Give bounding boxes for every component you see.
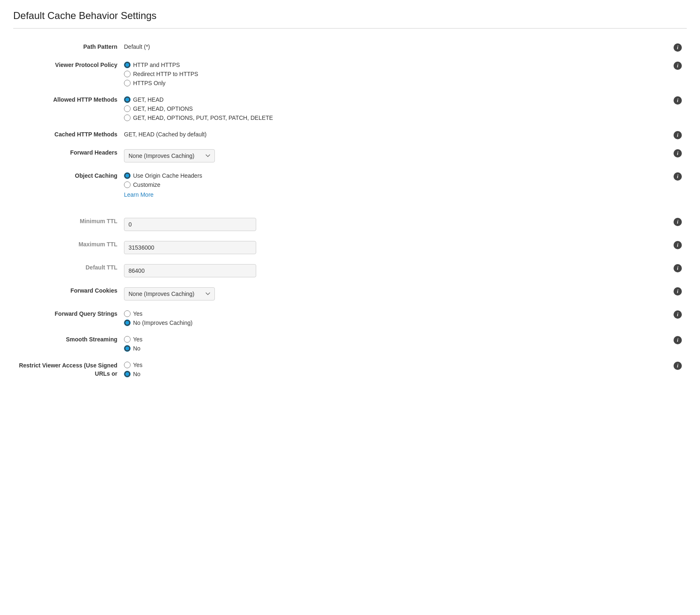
viewer-protocol-http-https[interactable]: HTTP and HTTPS [124, 62, 667, 68]
forward-headers-label: Forward Headers [13, 144, 121, 167]
smooth-streaming-yes-radio[interactable] [124, 336, 131, 343]
spacer-row [13, 203, 687, 213]
smooth-streaming-no[interactable]: No [124, 345, 667, 352]
viewer-protocol-https-only[interactable]: HTTPS Only [124, 80, 667, 86]
restrict-viewer-access-label: Restrict Viewer Access (Use Signed URLs … [13, 357, 121, 383]
smooth-streaming-info-icon[interactable]: i [674, 336, 682, 344]
restrict-viewer-access-no-radio[interactable] [124, 371, 131, 377]
forward-query-strings-info-cell: i [670, 305, 687, 331]
allowed-http-methods-label: Allowed HTTP Methods [13, 91, 121, 126]
default-ttl-value [121, 259, 670, 282]
cached-http-methods-info-icon[interactable]: i [674, 131, 682, 139]
cached-http-methods-value: GET, HEAD (Cached by default) [121, 126, 670, 144]
viewer-protocol-https-only-radio[interactable] [124, 80, 131, 86]
default-ttl-input[interactable] [124, 264, 256, 277]
allowed-http-methods-info-cell: i [670, 91, 687, 126]
forward-cookies-row: Forward Cookies None (Improves Caching) … [13, 282, 687, 305]
cached-http-methods-text: GET, HEAD (Cached by default) [124, 130, 207, 138]
forward-query-strings-value: Yes No (Improves Caching) [121, 305, 670, 331]
restrict-viewer-access-no-label: No [133, 371, 140, 377]
restrict-viewer-access-yes-radio[interactable] [124, 362, 131, 368]
forward-query-strings-row: Forward Query Strings Yes No (Improves C… [13, 305, 687, 331]
restrict-viewer-access-yes-label: Yes [133, 362, 143, 368]
restrict-viewer-access-group: Yes No [124, 362, 667, 377]
page-title: Default Cache Behavior Settings [13, 10, 687, 29]
allowed-http-methods-info-icon[interactable]: i [674, 96, 682, 105]
forward-query-strings-yes[interactable]: Yes [124, 310, 667, 317]
default-ttl-info-icon[interactable]: i [674, 264, 682, 272]
restrict-viewer-access-no[interactable]: No [124, 371, 667, 377]
cached-http-methods-row: Cached HTTP Methods GET, HEAD (Cached by… [13, 126, 687, 144]
viewer-protocol-redirect[interactable]: Redirect HTTP to HTTPS [124, 71, 667, 77]
forward-headers-row: Forward Headers None (Improves Caching) … [13, 144, 687, 167]
forward-query-strings-no-radio[interactable] [124, 319, 131, 326]
viewer-protocol-redirect-label: Redirect HTTP to HTTPS [133, 71, 198, 77]
path-pattern-label: Path Pattern [13, 38, 121, 57]
restrict-viewer-access-yes[interactable]: Yes [124, 362, 667, 368]
maximum-ttl-info-cell: i [670, 236, 687, 259]
maximum-ttl-info-icon[interactable]: i [674, 241, 682, 249]
viewer-protocol-info-cell: i [670, 57, 687, 91]
allowed-get-head[interactable]: GET, HEAD [124, 96, 667, 103]
learn-more-link[interactable]: Learn More [124, 191, 154, 198]
restrict-viewer-access-info-icon[interactable]: i [674, 362, 682, 370]
forward-query-strings-group: Yes No (Improves Caching) [124, 310, 667, 326]
maximum-ttl-input[interactable] [124, 241, 256, 254]
default-ttl-label: Default TTL [13, 259, 121, 282]
object-caching-use-origin-label: Use Origin Cache Headers [133, 172, 202, 179]
object-caching-info-cell: i [670, 167, 687, 203]
forward-query-strings-label: Forward Query Strings [13, 305, 121, 331]
smooth-streaming-yes[interactable]: Yes [124, 336, 667, 343]
object-caching-customize-radio[interactable] [124, 181, 131, 188]
forward-cookies-info-icon[interactable]: i [674, 287, 682, 296]
allowed-all-radio[interactable] [124, 114, 131, 121]
viewer-protocol-policy-label: Viewer Protocol Policy [13, 57, 121, 91]
path-pattern-value: Default (*) [121, 38, 670, 57]
object-caching-customize[interactable]: Customize [124, 181, 667, 188]
forward-headers-info-cell: i [670, 144, 687, 167]
allowed-get-head-label: GET, HEAD [133, 96, 164, 103]
smooth-streaming-group: Yes No [124, 336, 667, 352]
path-pattern-row: Path Pattern Default (*) i [13, 38, 687, 57]
allowed-get-head-options[interactable]: GET, HEAD, OPTIONS [124, 105, 667, 112]
path-pattern-info-icon[interactable]: i [674, 43, 682, 52]
default-ttl-row: Default TTL i [13, 259, 687, 282]
viewer-protocol-policy-group: HTTP and HTTPS Redirect HTTP to HTTPS HT… [124, 62, 667, 86]
smooth-streaming-row: Smooth Streaming Yes No i [13, 331, 687, 357]
object-caching-use-origin[interactable]: Use Origin Cache Headers [124, 172, 667, 179]
cached-http-methods-label: Cached HTTP Methods [13, 126, 121, 144]
viewer-protocol-redirect-radio[interactable] [124, 71, 131, 77]
minimum-ttl-info-icon[interactable]: i [674, 218, 682, 226]
viewer-protocol-policy-row: Viewer Protocol Policy HTTP and HTTPS Re… [13, 57, 687, 91]
restrict-viewer-access-label-text: Restrict Viewer Access (Use Signed URLs … [19, 362, 117, 377]
smooth-streaming-no-radio[interactable] [124, 345, 131, 352]
forward-headers-select[interactable]: None (Improves Caching) Whitelist All [124, 149, 215, 162]
smooth-streaming-yes-label: Yes [133, 336, 143, 343]
viewer-protocol-http-https-radio[interactable] [124, 62, 131, 68]
forward-query-strings-yes-label: Yes [133, 310, 143, 317]
allowed-get-head-options-radio[interactable] [124, 105, 131, 112]
forward-query-strings-info-icon[interactable]: i [674, 310, 682, 319]
maximum-ttl-row: Maximum TTL i [13, 236, 687, 259]
smooth-streaming-no-label: No [133, 345, 140, 352]
forward-query-strings-yes-radio[interactable] [124, 310, 131, 317]
default-ttl-info-cell: i [670, 259, 687, 282]
object-caching-use-origin-radio[interactable] [124, 172, 131, 179]
forward-query-strings-no[interactable]: No (Improves Caching) [124, 319, 667, 326]
allowed-get-head-radio[interactable] [124, 96, 131, 103]
object-caching-customize-label: Customize [133, 181, 160, 188]
minimum-ttl-input[interactable] [124, 218, 256, 231]
path-pattern-info-cell: i [670, 38, 687, 57]
settings-form: Path Pattern Default (*) i Viewer Protoc… [13, 38, 687, 383]
forward-cookies-label: Forward Cookies [13, 282, 121, 305]
object-caching-value: Use Origin Cache Headers Customize Learn… [121, 167, 670, 203]
object-caching-row: Object Caching Use Origin Cache Headers … [13, 167, 687, 203]
cached-http-methods-info-cell: i [670, 126, 687, 144]
viewer-protocol-info-icon[interactable]: i [674, 62, 682, 70]
object-caching-info-icon[interactable]: i [674, 172, 682, 181]
forward-headers-info-icon[interactable]: i [674, 149, 682, 157]
allowed-all[interactable]: GET, HEAD, OPTIONS, PUT, POST, PATCH, DE… [124, 114, 667, 121]
forward-cookies-select[interactable]: None (Improves Caching) Whitelist All [124, 287, 215, 300]
allowed-http-methods-group: GET, HEAD GET, HEAD, OPTIONS GET, HEAD, … [124, 96, 667, 121]
smooth-streaming-info-cell: i [670, 331, 687, 357]
